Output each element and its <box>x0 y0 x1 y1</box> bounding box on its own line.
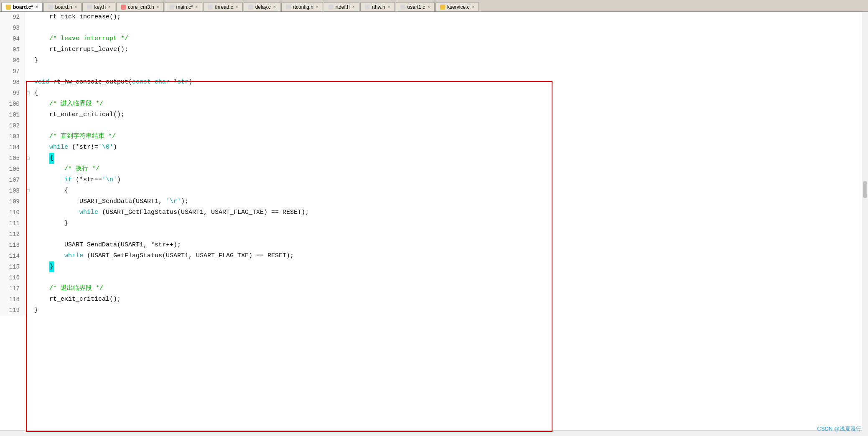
tab-thread-c[interactable]: thread.c × <box>203 2 242 11</box>
line-number-111: 111 <box>0 218 25 229</box>
code-content-109: USART_SendData(USART1, '\r'); <box>31 196 188 207</box>
line-number-118: 118 <box>0 294 25 305</box>
tab-label-core-cm3-h: core_cm3.h <box>128 4 154 10</box>
code-content-96: } <box>31 55 38 66</box>
tab-close-usart1-c[interactable]: × <box>428 5 430 9</box>
line-number-106: 106 <box>0 164 25 175</box>
code-content-118: rt_exit_critical(); <box>31 294 121 305</box>
code-container[interactable]: 92 rt_tick_increase(); 93 94 /* leave in… <box>0 12 868 430</box>
code-content-99: { <box>31 88 38 99</box>
code-content-106: /* 换行 */ <box>31 164 99 175</box>
tab-label-rtdef-h: rtdef.h <box>336 4 350 10</box>
code-line-115: 115 } <box>0 261 868 272</box>
tab-close-main-c[interactable]: × <box>196 5 198 9</box>
code-content-115: } <box>31 261 54 272</box>
code-line-112: 112 <box>0 229 868 240</box>
tab-main-c[interactable]: main.c* × <box>165 2 203 11</box>
code-line-95: 95 rt_interrupt_leave(); <box>0 44 868 55</box>
tab-label-delay-c: delay.c <box>255 4 271 10</box>
code-line-113: 113 USART_SendData(USART1, *str++); <box>0 240 868 251</box>
line-number-99: 99 <box>0 88 25 99</box>
line-number-110: 110 <box>0 207 25 218</box>
tab-close-rtconfig-h[interactable]: × <box>316 5 318 9</box>
fold-105: □ <box>25 153 31 164</box>
tab-label-usart1-c: usart1.c <box>407 4 425 10</box>
line-number-98: 98 <box>0 77 25 88</box>
tab-close-rtdef-h[interactable]: × <box>352 5 355 9</box>
line-number-103: 103 <box>0 131 25 142</box>
code-content-114: while (USART_GetFlagStatus(USART1, USART… <box>31 251 294 261</box>
code-line-102: 102 <box>0 120 868 131</box>
line-number-107: 107 <box>0 175 25 185</box>
line-number-109: 109 <box>0 196 25 207</box>
tab-close-delay-c[interactable]: × <box>273 5 276 9</box>
tab-close-board-c[interactable]: × <box>36 5 38 9</box>
code-content-110: while (USART_GetFlagStatus(USART1, USART… <box>31 207 309 218</box>
line-number-114: 114 <box>0 251 25 261</box>
fold-99: □ <box>25 88 31 99</box>
code-line-108: 108 □ { <box>0 185 868 196</box>
code-content-108: { <box>31 185 68 196</box>
tab-label-board-c: board.c* <box>13 4 33 10</box>
tab-label-rtconfig-h: rtconfig.h <box>293 4 313 10</box>
tab-close-key-h[interactable]: × <box>108 5 111 9</box>
line-number-101: 101 <box>0 109 25 120</box>
line-number-112: 112 <box>0 229 25 240</box>
tab-rtconfig-h[interactable]: rtconfig.h × <box>281 2 323 11</box>
watermark: CSDN @浅夏漫行 <box>817 425 861 433</box>
code-line-103: 103 /* 直到字符串结束 */ <box>0 131 868 142</box>
code-content-104: while (*str!='\0') <box>31 142 117 153</box>
code-line-92: 92 rt_tick_increase(); <box>0 12 868 23</box>
tab-close-kservice-c[interactable]: × <box>472 5 474 9</box>
tab-rtdef-h[interactable]: rtdef.h × <box>324 2 359 11</box>
tab-icon-rthw-h <box>365 5 370 10</box>
line-number-93: 93 <box>0 23 25 33</box>
line-number-102: 102 <box>0 120 25 131</box>
tab-icon-board-c <box>6 5 11 10</box>
code-content-105: { <box>31 153 54 164</box>
code-line-110: 110 while (USART_GetFlagStatus(USART1, U… <box>0 207 868 218</box>
code-content-95: rt_interrupt_leave(); <box>31 44 128 55</box>
line-number-100: 100 <box>0 99 25 109</box>
code-line-99: 99 □ { <box>0 88 868 99</box>
code-line-98: 98 void rt_hw_console_output(const char … <box>0 77 868 88</box>
tab-close-core-cm3-h[interactable]: × <box>157 5 159 9</box>
code-content-119: } <box>31 305 38 316</box>
tab-icon-board-h <box>48 5 53 10</box>
code-line-96: 96 } <box>0 55 868 66</box>
tab-board-h[interactable]: board.h × <box>43 2 82 11</box>
line-number-104: 104 <box>0 142 25 153</box>
code-line-119: 119 } <box>0 305 868 316</box>
code-content-101: rt_enter_critical(); <box>31 109 125 120</box>
code-line-94: 94 /* leave interrupt */ <box>0 33 868 44</box>
code-content-92: rt_tick_increase(); <box>31 12 121 23</box>
line-number-96: 96 <box>0 55 25 66</box>
tab-kservice-c[interactable]: kservice.c × <box>435 2 479 11</box>
code-line-97: 97 <box>0 66 868 77</box>
tab-rthw-h[interactable]: rthw.h × <box>360 2 395 11</box>
tab-icon-rtdef-h <box>328 5 333 10</box>
line-number-108: 108 <box>0 185 25 196</box>
tab-close-rthw-h[interactable]: × <box>388 5 390 9</box>
tab-close-thread-c[interactable]: × <box>236 5 238 9</box>
tab-label-kservice-c: kservice.c <box>447 4 469 10</box>
code-line-105: 105 □ { <box>0 153 868 164</box>
tab-icon-main-c <box>169 5 174 10</box>
tab-board-c[interactable]: board.c* × <box>1 2 43 11</box>
code-line-116: 116 <box>0 272 868 283</box>
tab-delay-c[interactable]: delay.c × <box>244 2 280 11</box>
tab-icon-kservice-c <box>440 5 445 10</box>
tab-close-board-h[interactable]: × <box>75 5 77 9</box>
tab-core-cm3-h[interactable]: core_cm3.h × <box>116 2 164 11</box>
tab-key-h[interactable]: key.h × <box>82 2 115 11</box>
tab-usart1-c[interactable]: usart1.c × <box>396 2 435 11</box>
tab-label-key-h: key.h <box>94 4 106 10</box>
code-content-117: /* 退出临界段 */ <box>31 283 103 294</box>
code-line-109: 109 USART_SendData(USART1, '\r'); <box>0 196 868 207</box>
code-content-94: /* leave interrupt */ <box>31 33 128 44</box>
line-number-95: 95 <box>0 44 25 55</box>
bottom-scrollbar[interactable] <box>0 430 868 436</box>
code-content-100: /* 进入临界段 */ <box>31 99 103 109</box>
code-line-104: 104 while (*str!='\0') <box>0 142 868 153</box>
line-number-92: 92 <box>0 12 25 23</box>
